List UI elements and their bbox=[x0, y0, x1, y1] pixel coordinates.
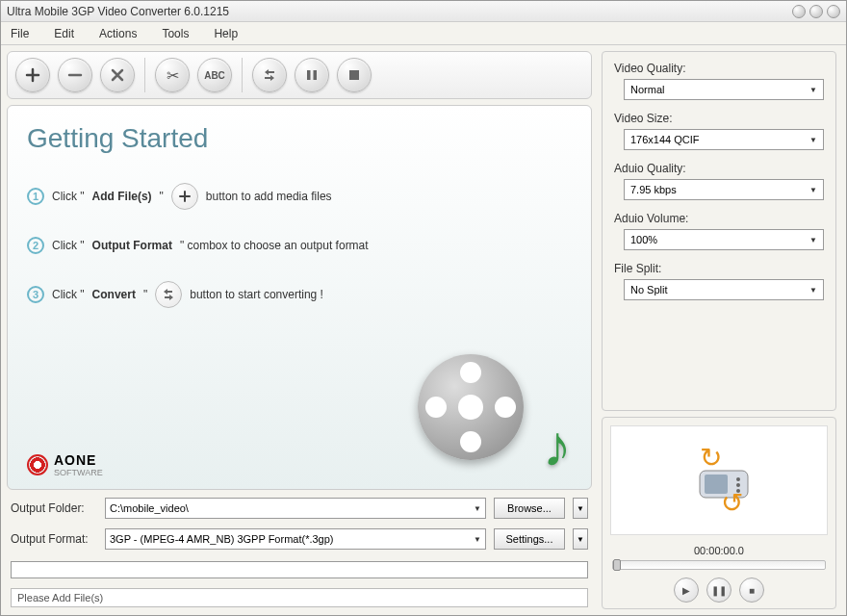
brand-logo-icon bbox=[27, 454, 48, 475]
audio-volume-label: Aduio Volume: bbox=[614, 212, 824, 225]
chevron-down-icon: ▼ bbox=[809, 286, 817, 295]
clear-button[interactable] bbox=[100, 58, 135, 92]
seek-thumb[interactable] bbox=[613, 559, 621, 571]
step-number-2: 2 bbox=[27, 237, 44, 254]
video-size-select[interactable]: 176x144 QCIF ▼ bbox=[624, 129, 824, 150]
chevron-down-icon: ▼ bbox=[809, 136, 817, 144]
video-size-label: Video Size: bbox=[614, 112, 824, 125]
output-format-row: Output Format: 3GP - (MPEG-4 AMR_NB) 3GP… bbox=[7, 526, 592, 552]
rename-button[interactable]: ABC bbox=[197, 58, 232, 92]
minimize-button[interactable] bbox=[792, 5, 806, 18]
svg-rect-0 bbox=[307, 70, 311, 80]
left-panel: ✂ ABC Getting Started 1 Click " Add File… bbox=[1, 45, 598, 615]
file-split-group: File Split: No Split ▼ bbox=[614, 262, 824, 300]
remove-button[interactable] bbox=[58, 58, 92, 92]
settings-button[interactable]: Settings... bbox=[494, 528, 565, 550]
video-size-group: Video Size: 176x144 QCIF ▼ bbox=[614, 112, 824, 150]
play-controls: ▶ ❚❚ ■ bbox=[603, 572, 835, 608]
content-panel: Getting Started 1 Click " Add File(s) " … bbox=[7, 105, 592, 490]
window-title: Ultra Mobile 3GP Video Converter 6.0.121… bbox=[7, 5, 792, 18]
step1-bold: Add File(s) bbox=[92, 190, 152, 203]
stop-button[interactable] bbox=[337, 58, 372, 92]
output-folder-row: Output Folder: C:\mobile_video\ ▼ Browse… bbox=[7, 496, 592, 521]
menu-file[interactable]: File bbox=[11, 27, 29, 40]
audio-quality-select[interactable]: 7.95 kbps ▼ bbox=[624, 179, 824, 200]
step1-text-d: button to add media files bbox=[206, 190, 332, 203]
settings-block: Video Quality: Normal ▼ Video Size: 176x… bbox=[602, 51, 836, 411]
step-2: 2 Click " Output Format " combox to choo… bbox=[27, 237, 572, 254]
video-quality-label: Video Quality: bbox=[614, 62, 824, 75]
step-number-1: 1 bbox=[27, 188, 44, 205]
menu-tools[interactable]: Tools bbox=[162, 27, 189, 40]
cut-button[interactable]: ✂ bbox=[155, 58, 190, 92]
output-format-select[interactable]: 3GP - (MPEG-4 AMR_NB) 3GPP Format(*.3gp)… bbox=[105, 528, 486, 550]
main-area: ✂ ABC Getting Started 1 Click " Add File… bbox=[1, 45, 846, 615]
pause-preview-button[interactable]: ❚❚ bbox=[706, 578, 732, 603]
browse-button[interactable]: Browse... bbox=[494, 498, 565, 519]
progress-bar bbox=[11, 561, 588, 578]
audio-quality-label: Aduio Quality: bbox=[614, 162, 824, 175]
step3-bold: Convert bbox=[92, 288, 136, 301]
video-quality-select[interactable]: Normal ▼ bbox=[624, 79, 824, 100]
chevron-down-icon: ▼ bbox=[809, 236, 817, 244]
settings-dropdown[interactable]: ▼ bbox=[573, 528, 588, 550]
browse-dropdown[interactable]: ▼ bbox=[573, 498, 588, 519]
toolbar: ✂ ABC bbox=[7, 51, 592, 99]
audio-volume-select[interactable]: 100% ▼ bbox=[624, 229, 824, 250]
file-split-label: File Split: bbox=[614, 262, 824, 275]
audio-volume-group: Aduio Volume: 100% ▼ bbox=[614, 212, 824, 250]
add-button[interactable] bbox=[15, 58, 50, 92]
phone-sync-icon: ↻ ↺ bbox=[671, 447, 767, 514]
file-split-value: No Split bbox=[630, 284, 668, 295]
preview-block: ↻ ↺ 00:00:00.0 bbox=[602, 417, 836, 609]
output-format-value: 3GP - (MPEG-4 AMR_NB) 3GPP Format(*.3gp) bbox=[110, 533, 334, 545]
file-split-select[interactable]: No Split ▼ bbox=[624, 279, 824, 300]
svg-point-5 bbox=[736, 477, 740, 481]
brand: AONE SOFTWARE bbox=[27, 452, 103, 477]
close-button[interactable] bbox=[827, 5, 840, 18]
menu-help[interactable]: Help bbox=[214, 27, 238, 40]
maximize-button[interactable] bbox=[809, 5, 823, 18]
titlebar: Ultra Mobile 3GP Video Converter 6.0.121… bbox=[1, 1, 846, 22]
toolbar-separator bbox=[144, 58, 145, 92]
output-folder-label: Output Folder: bbox=[11, 501, 97, 515]
video-size-value: 176x144 QCIF bbox=[630, 134, 700, 145]
chevron-down-icon: ▼ bbox=[809, 186, 817, 194]
status-text: Please Add File(s) bbox=[17, 592, 103, 603]
step-3: 3 Click " Convert " button to start conv… bbox=[27, 281, 572, 308]
toolbar-separator bbox=[242, 58, 243, 92]
output-folder-select[interactable]: C:\mobile_video\ ▼ bbox=[105, 498, 486, 519]
music-note-icon: ♪ bbox=[543, 413, 572, 479]
status-bar: Please Add File(s) bbox=[11, 588, 588, 607]
seek-bar[interactable] bbox=[612, 560, 826, 570]
audio-volume-value: 100% bbox=[630, 234, 657, 245]
step2-bold: Output Format bbox=[92, 239, 172, 252]
step1-text-a: Click " bbox=[52, 190, 85, 203]
right-panel: Video Quality: Normal ▼ Video Size: 176x… bbox=[598, 45, 846, 615]
getting-started-title: Getting Started bbox=[27, 123, 572, 154]
preview-area: ↻ ↺ bbox=[610, 425, 828, 535]
chevron-down-icon: ▼ bbox=[809, 86, 817, 94]
menubar: File Edit Actions Tools Help bbox=[1, 22, 846, 45]
pause-button[interactable] bbox=[295, 58, 329, 92]
step-number-3: 3 bbox=[27, 286, 44, 303]
step-1: 1 Click " Add File(s) " button to add me… bbox=[27, 183, 572, 210]
menu-actions[interactable]: Actions bbox=[99, 27, 137, 40]
play-button[interactable]: ▶ bbox=[674, 578, 699, 603]
chevron-down-icon: ▼ bbox=[474, 504, 481, 513]
stop-preview-button[interactable]: ■ bbox=[739, 578, 764, 603]
step2-text-c: " combox to choose an output format bbox=[180, 239, 369, 252]
refresh-icon bbox=[155, 281, 182, 308]
convert-button[interactable] bbox=[252, 58, 287, 92]
chevron-down-icon: ▼ bbox=[474, 535, 481, 544]
svg-rect-2 bbox=[349, 70, 359, 80]
step3-text-d: button to start converting ! bbox=[190, 288, 323, 301]
step2-text-a: Click " bbox=[52, 239, 85, 252]
step3-text-a: Click " bbox=[52, 288, 85, 301]
window-controls bbox=[792, 5, 840, 18]
menu-edit[interactable]: Edit bbox=[54, 27, 74, 40]
film-reel-icon bbox=[418, 354, 533, 470]
step1-text-c: " bbox=[160, 190, 164, 203]
svg-rect-1 bbox=[314, 70, 318, 80]
time-display: 00:00:00.0 bbox=[603, 543, 835, 558]
